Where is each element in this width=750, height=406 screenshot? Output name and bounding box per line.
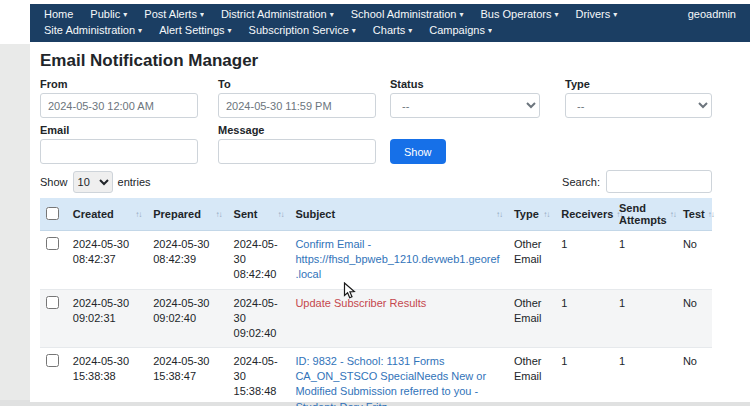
table-controls: Show 10 entries Search: — [40, 170, 712, 193]
sort-icon: ↑↓ — [708, 210, 714, 219]
cell-prepared: 2024-05-30 08:42:39 — [147, 231, 227, 290]
nav-user-geoadmin[interactable]: geoadmin — [688, 8, 736, 20]
cell-type: Other Email — [508, 348, 555, 406]
nav-item-district-administration[interactable]: District Administration▾ — [221, 8, 334, 20]
nav-item-subscription-service[interactable]: Subscription Service▾ — [249, 24, 356, 36]
cell-select — [40, 231, 67, 290]
to-field: To — [218, 78, 376, 118]
row-checkbox[interactable] — [46, 354, 59, 367]
show-button[interactable]: Show — [390, 139, 446, 164]
column-header-sent[interactable]: Sent↑↓ — [228, 198, 290, 231]
nav-item-alert-settings[interactable]: Alert Settings▾ — [159, 24, 231, 36]
column-label: Type — [514, 208, 539, 220]
caret-down-icon: ▾ — [228, 26, 232, 35]
table-row: 2024-05-30 09:02:31 2024-05-30 09:02:40 … — [40, 289, 712, 348]
sort-icon: ↑↓ — [496, 210, 502, 219]
cell-send-attempts: 1 — [613, 289, 677, 348]
nav-item-charts[interactable]: Charts▾ — [373, 24, 412, 36]
nav-item-label: Campaigns — [429, 24, 485, 36]
message-input[interactable] — [218, 139, 376, 164]
nav-item-public[interactable]: Public▾ — [90, 8, 127, 20]
cell-select — [40, 289, 67, 348]
caret-down-icon: ▾ — [123, 10, 127, 19]
sort-icon: ↑↓ — [543, 210, 549, 219]
nav-item-bus-operators[interactable]: Bus Operators▾ — [481, 8, 559, 20]
column-header-test[interactable]: Test↑↓ — [677, 198, 712, 231]
cell-prepared: 2024-05-30 15:38:47 — [147, 348, 227, 406]
caret-down-icon: ▾ — [200, 10, 204, 19]
cell-created: 2024-05-30 15:38:38 — [67, 348, 147, 406]
subject-link[interactable]: Update Subscriber Results — [295, 297, 426, 309]
status-select[interactable]: -- — [390, 93, 540, 118]
column-header-prepared[interactable]: Prepared↑↓ — [147, 198, 227, 231]
nav-item-site-administration[interactable]: Site Administration▾ — [44, 24, 142, 36]
cell-send-attempts: 1 — [613, 348, 677, 406]
nav-item-label: Public — [90, 8, 120, 20]
subject-link[interactable]: ID: 9832 - School: 1131 Forms CA_ON_STSC… — [295, 355, 486, 406]
cell-sent: 2024-05-30 15:38:48 — [228, 348, 290, 406]
subject-link[interactable]: Confirm Email - https://fhsd_bpweb_1210.… — [295, 238, 499, 280]
column-header-subject[interactable]: Subject↑↓ — [289, 198, 508, 231]
column-header-type[interactable]: Type↑↓ — [508, 198, 555, 231]
table-header-row: Created↑↓ Prepared↑↓ Sent↑↓ Subject↑↓ Ty… — [40, 198, 712, 231]
cell-prepared: 2024-05-30 09:02:40 — [147, 289, 227, 348]
entries-length-control: Show 10 entries — [40, 171, 151, 193]
nav-item-home[interactable]: Home — [44, 8, 73, 20]
cell-send-attempts: 1 — [613, 231, 677, 290]
caret-down-icon: ▾ — [138, 26, 142, 35]
nav-item-drivers[interactable]: Drivers▾ — [575, 8, 617, 20]
cell-type: Other Email — [508, 289, 555, 348]
email-notifications-table: Created↑↓ Prepared↑↓ Sent↑↓ Subject↑↓ Ty… — [40, 198, 712, 406]
cell-select — [40, 348, 67, 406]
column-header-receivers[interactable]: Receivers↑↓ — [555, 198, 613, 231]
caret-down-icon: ▾ — [330, 10, 334, 19]
type-select[interactable]: -- — [565, 93, 712, 118]
main-navbar: Home Public▾ Post Alerts▾ District Admin… — [30, 4, 750, 22]
entries-suffix-label: entries — [118, 176, 151, 188]
nav-item-campaigns[interactable]: Campaigns▾ — [429, 24, 492, 36]
message-label: Message — [218, 124, 376, 136]
to-label: To — [218, 78, 376, 90]
nav-item-label: Alert Settings — [159, 24, 224, 36]
browser-viewport: Home Public▾ Post Alerts▾ District Admin… — [0, 0, 750, 406]
from-label: From — [40, 78, 198, 90]
message-field: Message — [218, 124, 376, 164]
to-input[interactable] — [218, 93, 376, 118]
caret-down-icon: ▾ — [613, 10, 617, 19]
email-input[interactable] — [40, 139, 198, 164]
row-checkbox[interactable] — [46, 296, 59, 309]
email-label: Email — [40, 124, 198, 136]
cell-test: No — [677, 348, 712, 406]
caret-down-icon: ▾ — [554, 10, 558, 19]
column-label: Receivers — [561, 208, 613, 220]
page-content: Email Notification Manager From To Statu… — [30, 51, 750, 406]
caret-down-icon: ▾ — [488, 26, 492, 35]
from-field: From — [40, 78, 198, 118]
column-label: Send Attempts — [619, 202, 667, 226]
cell-sent: 2024-05-30 08:42:40 — [228, 231, 290, 290]
status-label: Status — [390, 78, 540, 90]
type-field: Type -- — [565, 78, 712, 118]
secondary-navbar: Site Administration▾ Alert Settings▾ Sub… — [30, 22, 750, 42]
from-input[interactable] — [40, 93, 198, 118]
nav-item-school-administration[interactable]: School Administration▾ — [351, 8, 464, 20]
column-header-send-attempts[interactable]: Send Attempts↑↓ — [613, 198, 677, 231]
status-field: Status -- — [390, 78, 540, 118]
search-input[interactable] — [606, 170, 712, 193]
cell-sent: 2024-05-30 09:02:40 — [228, 289, 290, 348]
sort-icon: ↑↓ — [135, 210, 141, 219]
navbar-row2-items: Site Administration▾ Alert Settings▾ Sub… — [44, 24, 492, 36]
column-label: Sent — [234, 208, 258, 220]
caret-down-icon: ▾ — [459, 10, 463, 19]
cell-receivers: 1 — [555, 231, 613, 290]
row-checkbox[interactable] — [46, 237, 59, 250]
email-field: Email — [40, 124, 198, 164]
sort-icon: ↑↓ — [670, 210, 676, 219]
nav-item-label: School Administration — [351, 8, 457, 20]
column-header-created[interactable]: Created↑↓ — [67, 198, 147, 231]
entries-select[interactable]: 10 — [73, 171, 113, 193]
cell-receivers: 1 — [555, 348, 613, 406]
nav-item-post-alerts[interactable]: Post Alerts▾ — [144, 8, 204, 20]
cell-created: 2024-05-30 09:02:31 — [67, 289, 147, 348]
select-all-checkbox[interactable] — [46, 207, 59, 220]
